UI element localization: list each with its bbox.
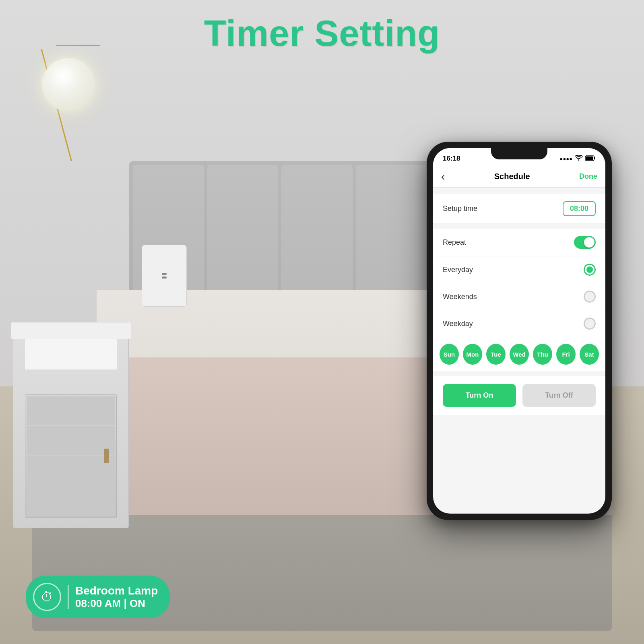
signal-icon: ●●●●: [560, 156, 572, 162]
phone-notch: [491, 148, 547, 159]
everyday-row: Everyday: [433, 256, 605, 283]
page-title-container: Timer Setting: [0, 13, 644, 54]
repeat-toggle[interactable]: [574, 236, 596, 249]
phone-screen: 16:18 ●●●● ‹ Schedule Done: [433, 148, 605, 514]
badge-clock-icon: ⏱: [33, 583, 61, 611]
weekends-row: Weekends: [433, 283, 605, 310]
repeat-row: Repeat: [433, 229, 605, 256]
weekday-radio[interactable]: [584, 318, 596, 330]
wifi-icon: [575, 155, 583, 162]
back-button[interactable]: ‹: [441, 170, 445, 183]
battery-icon: [585, 155, 596, 162]
weekends-label: Weekends: [443, 293, 477, 301]
repeat-label: Repeat: [443, 238, 466, 247]
phone-container: 16:18 ●●●● ‹ Schedule Done: [427, 142, 612, 520]
badge-divider: [68, 585, 69, 609]
day-pill-wed[interactable]: Wed: [510, 344, 529, 365]
day-pill-sun[interactable]: Sun: [440, 344, 459, 365]
day-pill-fri[interactable]: Fri: [556, 344, 576, 365]
setup-time-row: Setup time 08:00: [433, 194, 605, 224]
smart-plug: [142, 245, 187, 322]
app-nav: ‹ Schedule Done: [433, 166, 605, 188]
divider-1: [433, 224, 605, 229]
turn-off-button[interactable]: Turn Off: [522, 384, 596, 407]
setup-time-label: Setup time: [443, 204, 477, 213]
done-button[interactable]: Done: [579, 172, 597, 181]
page-title: Timer Setting: [0, 13, 644, 54]
day-pill-sat[interactable]: Sat: [580, 344, 599, 365]
setup-time-value[interactable]: 08:00: [563, 201, 596, 216]
status-time: 16:18: [443, 155, 460, 163]
badge-device-name: Bedroom Lamp: [75, 584, 158, 598]
day-pill-thu[interactable]: Thu: [533, 344, 552, 365]
nightstand: [13, 322, 129, 528]
status-icons: ●●●●: [560, 155, 596, 162]
action-row: Turn On Turn Off: [433, 376, 605, 415]
app-content: Setup time 08:00 Repeat Everyday: [433, 194, 605, 415]
svg-point-0: [578, 159, 580, 161]
badge-text-container: Bedroom Lamp 08:00 AM | ON: [75, 584, 158, 610]
pendant-lamp: [32, 19, 129, 277]
days-row: SunMonTueWedThuFriSat: [433, 337, 605, 371]
everyday-label: Everyday: [443, 266, 473, 274]
weekday-row: Weekday: [433, 310, 605, 337]
day-pill-tue[interactable]: Tue: [486, 344, 506, 365]
device-badge: ⏱ Bedroom Lamp 08:00 AM | ON: [26, 576, 170, 618]
weekends-radio[interactable]: [584, 291, 596, 303]
everyday-radio[interactable]: [584, 264, 596, 276]
phone: 16:18 ●●●● ‹ Schedule Done: [427, 142, 612, 520]
nav-title: Schedule: [494, 172, 530, 181]
svg-rect-2: [586, 156, 593, 160]
turn-on-button[interactable]: Turn On: [443, 384, 516, 407]
toggle-knob: [584, 237, 594, 248]
weekday-label: Weekday: [443, 320, 473, 328]
badge-device-info: 08:00 AM | ON: [75, 597, 158, 610]
day-pill-mon[interactable]: Mon: [463, 344, 482, 365]
